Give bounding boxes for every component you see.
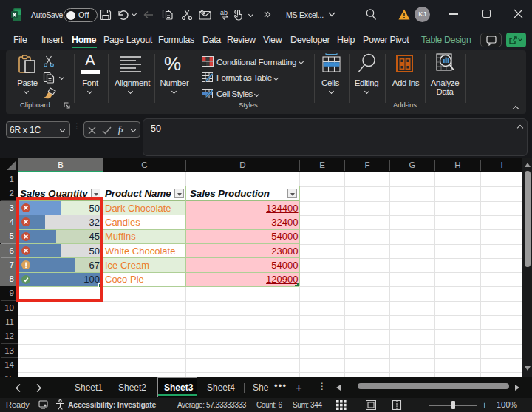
svg-text:ab: ab (220, 9, 228, 16)
